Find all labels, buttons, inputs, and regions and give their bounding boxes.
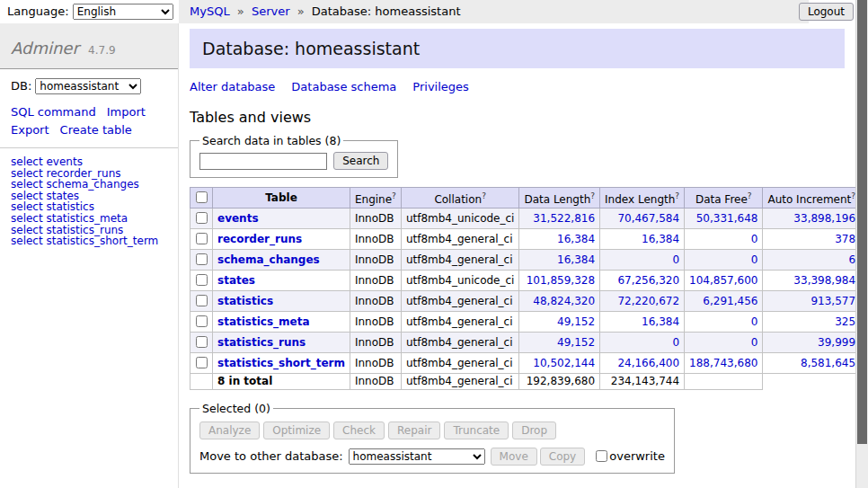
sidebar-table-link[interactable]: select schema_changes: [11, 179, 167, 191]
row-checkbox[interactable]: [196, 253, 208, 265]
sidebar-table-link[interactable]: select statistics_meta: [11, 213, 167, 225]
language-label: Language:: [7, 4, 69, 18]
sidebar-table-link[interactable]: select events: [11, 156, 167, 168]
scrollbar[interactable]: [855, 0, 868, 488]
data-free-link[interactable]: 0: [751, 315, 758, 328]
help-icon[interactable]: ?: [482, 191, 486, 200]
help-icon[interactable]: ?: [675, 191, 679, 200]
search-input[interactable]: [199, 153, 327, 170]
sidebar-table-link[interactable]: select statistics_short_term: [11, 235, 167, 247]
table-name-link[interactable]: states: [217, 274, 255, 287]
table-name-link[interactable]: events: [217, 212, 259, 225]
index-length-link[interactable]: 67,256,320: [617, 274, 679, 287]
total-data-length-cell: 192,839,680: [519, 374, 600, 390]
row-checkbox[interactable]: [196, 295, 208, 306]
data-length-link[interactable]: 101,859,328: [527, 274, 595, 287]
drop-button[interactable]: Drop: [512, 421, 556, 439]
data-free-link[interactable]: 0: [751, 253, 758, 266]
data-free-link[interactable]: 188,743,680: [689, 357, 757, 369]
row-checkbox-cell: [190, 312, 213, 333]
row-checkbox[interactable]: [196, 212, 208, 224]
table-name-link[interactable]: statistics_runs: [217, 336, 306, 349]
help-icon[interactable]: ?: [590, 191, 595, 200]
data-free-link[interactable]: 0: [751, 233, 758, 245]
data-free-link[interactable]: 0: [751, 336, 758, 349]
main-area: MySQL » Server » Database: homeassistant…: [179, 0, 855, 488]
auto-increment-link[interactable]: 6: [848, 253, 855, 266]
check-button[interactable]: Check: [333, 421, 385, 439]
table-name-link[interactable]: schema_changes: [217, 253, 320, 266]
auto-increment-link[interactable]: 325: [835, 315, 855, 328]
collation-cell: utf8mb4_general_ci: [401, 333, 519, 353]
table-name-link[interactable]: statistics_short_term: [217, 357, 345, 369]
auto-increment-cell: 8,581,645: [763, 353, 855, 374]
index-length-link[interactable]: 16,384: [642, 233, 679, 245]
database-action-link[interactable]: Alter database: [190, 80, 275, 93]
data-length-link[interactable]: 16,384: [557, 253, 595, 266]
db-label: DB:: [11, 79, 31, 93]
auto-increment-link[interactable]: 39,999: [818, 336, 855, 349]
sidebar: Adminer 4.7.9 DB: homeassistant SQL comm…: [0, 23, 179, 488]
row-checkbox[interactable]: [196, 336, 208, 348]
index-length-link[interactable]: 70,467,584: [617, 212, 679, 225]
data-length-link[interactable]: 16,384: [557, 233, 595, 245]
row-checkbox[interactable]: [196, 315, 208, 327]
index-length-link[interactable]: 0: [672, 253, 679, 266]
collation-cell: utf8mb4_general_ci: [401, 312, 519, 333]
index-length-link[interactable]: 24,166,400: [617, 357, 679, 369]
help-icon[interactable]: ?: [748, 191, 752, 200]
analyze-button[interactable]: Analyze: [199, 421, 260, 439]
index-length-cell: 72,220,672: [600, 291, 685, 312]
table-name-link[interactable]: statistics_meta: [217, 315, 310, 328]
row-checkbox[interactable]: [196, 233, 208, 244]
sidebar-menu-link[interactable]: Create table: [60, 123, 132, 137]
auto-increment-link[interactable]: 378: [835, 233, 855, 245]
auto-increment-link[interactable]: 913,577: [810, 295, 855, 307]
data-length-link[interactable]: 10,502,144: [533, 357, 595, 369]
total-label-cell: 8 in total: [213, 374, 350, 390]
auto-increment-link[interactable]: 33,898,196: [793, 212, 855, 225]
auto-increment-link[interactable]: 8,581,645: [801, 357, 855, 369]
index-length-link[interactable]: 16,384: [642, 315, 679, 328]
data-length-cell: 49,152: [519, 312, 600, 333]
scrollbar-thumb[interactable]: [857, 0, 867, 444]
logout-button[interactable]: Logout: [799, 3, 854, 21]
overwrite-checkbox[interactable]: [596, 450, 607, 462]
breadcrumb-server-link[interactable]: Server: [252, 4, 290, 18]
move-button[interactable]: Move: [491, 448, 537, 466]
page-title: Database: homeassistant: [190, 29, 845, 68]
move-database-select[interactable]: homeassistant: [349, 448, 485, 465]
db-select[interactable]: homeassistant: [35, 78, 141, 94]
database-action-link[interactable]: Database schema: [291, 80, 396, 93]
help-icon[interactable]: ?: [392, 191, 396, 200]
table-name-link[interactable]: statistics: [217, 295, 273, 307]
table-name-link[interactable]: recorder_runs: [217, 233, 302, 245]
repair-button[interactable]: Repair: [388, 421, 440, 439]
search-button[interactable]: Search: [333, 152, 388, 170]
language-select[interactable]: English: [73, 4, 173, 20]
data-free-link[interactable]: 50,331,648: [696, 212, 758, 225]
sidebar-menu-link[interactable]: Export: [11, 123, 49, 137]
engine-cell: InnoDB: [350, 291, 401, 312]
column-header-data-length: Data Length?: [519, 188, 600, 209]
optimize-button[interactable]: Optimize: [263, 421, 330, 439]
row-checkbox[interactable]: [196, 274, 208, 286]
data-free-link[interactable]: 6,291,456: [703, 295, 757, 307]
database-action-link[interactable]: Privileges: [412, 80, 469, 93]
breadcrumb-mysql-link[interactable]: MySQL: [190, 4, 230, 18]
data-free-link[interactable]: 104,857,600: [689, 274, 757, 287]
index-length-link[interactable]: 72,220,672: [617, 295, 679, 307]
row-checkbox[interactable]: [196, 357, 208, 368]
data-length-link[interactable]: 48,824,320: [533, 295, 595, 307]
index-length-link[interactable]: 0: [672, 336, 679, 349]
auto-increment-link[interactable]: 33,398,984: [793, 274, 855, 287]
sidebar-menu-link[interactable]: SQL command: [11, 105, 96, 119]
copy-button[interactable]: Copy: [540, 448, 585, 466]
sidebar-menu-link[interactable]: Import: [107, 105, 146, 119]
data-length-link[interactable]: 49,152: [557, 315, 595, 328]
truncate-button[interactable]: Truncate: [444, 421, 509, 439]
data-length-link[interactable]: 31,522,816: [533, 212, 595, 225]
select-all-checkbox[interactable]: [196, 191, 208, 203]
data-length-link[interactable]: 49,152: [557, 336, 595, 349]
auto-increment-cell: 39,999: [763, 333, 855, 353]
